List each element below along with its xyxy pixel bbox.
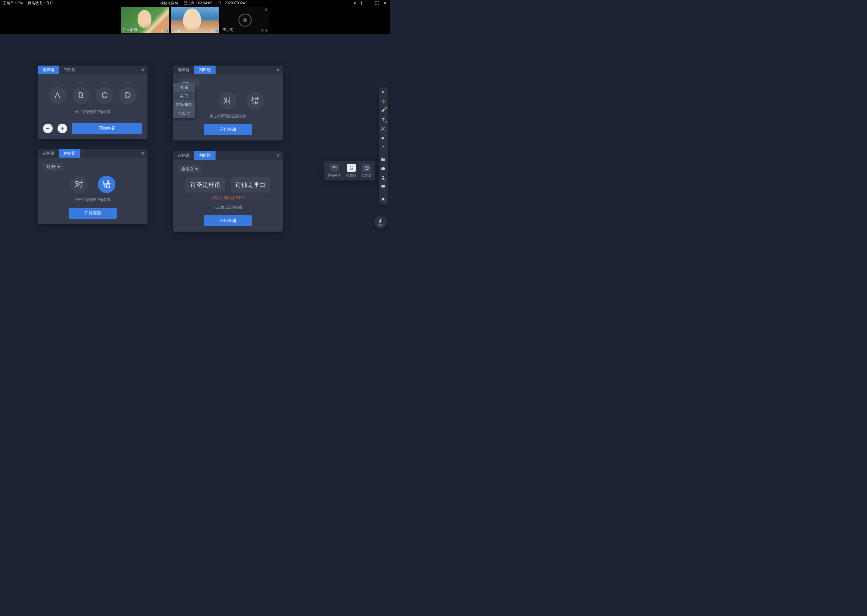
svg-point-12 (382, 176, 384, 178)
chat-tool-icon[interactable] (380, 184, 386, 189)
class-title: 神秘大自然 (160, 1, 178, 6)
record-icon[interactable] (352, 1, 356, 5)
tf-option-false[interactable]: 错 (98, 176, 115, 193)
mc-option[interactable]: C (96, 86, 113, 104)
hint-text: 点击预设正确答案 (178, 205, 277, 210)
svg-rect-3 (162, 30, 163, 31)
start-answer-button[interactable]: 开始答题 (69, 208, 117, 218)
bell-tool-icon[interactable] (380, 197, 386, 202)
tab-multiple-choice[interactable]: 选择题 (173, 151, 194, 160)
network-status: 网络状态：良好 (28, 1, 53, 6)
start-answer-button[interactable]: 开始答题 (204, 215, 252, 226)
svg-rect-4 (212, 30, 213, 31)
close-icon[interactable]: ✕ (138, 68, 148, 72)
close-icon[interactable]: ✕ (273, 68, 283, 72)
mc-option[interactable]: A (49, 86, 66, 104)
close-icon[interactable]: ✕ (273, 153, 283, 158)
laser-tool-icon[interactable] (380, 144, 386, 149)
volume-icon (214, 30, 218, 33)
tab-true-false[interactable]: 判断题 (59, 149, 80, 158)
fullscreen-icon[interactable] (375, 1, 379, 5)
tf-type-select[interactable]: 对/错 (43, 163, 63, 171)
mc-option[interactable]: D (119, 86, 137, 104)
custom-option-1[interactable]: 诗圣是杜甫 (186, 177, 225, 193)
volume-icon (165, 30, 168, 33)
tf-option-true[interactable]: 对 (219, 92, 236, 110)
folder-tool-icon[interactable] (380, 157, 386, 162)
video-tile-student-2[interactable]: ✕ 王小明 (221, 7, 269, 33)
cut-tool-icon[interactable] (380, 126, 386, 131)
answer-panel-tf-custom: 选择题 判断题 ✕ 自定义 诗圣是杜甫 诗仙是李白 自定义内容最多5个字 点击预… (173, 151, 283, 232)
mc-option[interactable]: B (72, 86, 90, 104)
dropdown-item[interactable]: +自定义 (173, 109, 195, 118)
chevron-down-icon (57, 167, 60, 168)
tool-label: 答题器 (346, 173, 356, 178)
svg-rect-11 (382, 167, 384, 168)
tab-multiple-choice[interactable]: 选择题 (173, 66, 194, 74)
svg-rect-10 (381, 168, 385, 170)
pointer-tool-icon[interactable] (380, 90, 386, 95)
video-tile-teacher[interactable]: 叮当老师 (121, 7, 169, 33)
buzzer-button[interactable]: 抢答器 (361, 164, 372, 178)
users-tool-icon[interactable] (380, 175, 386, 180)
close-icon[interactable] (383, 1, 387, 5)
close-icon[interactable]: ✕ (138, 151, 148, 156)
tab-true-false[interactable]: 判断题 (59, 66, 80, 74)
camera-off-icon (238, 14, 252, 27)
close-icon[interactable]: ✕ (264, 8, 267, 12)
buzzer-icon (362, 164, 371, 172)
answer-panel-tf-dropdown: 选择题 判断题 ✕ 对/错 对/错 美/丑 精致/粗糙 +自定义 对 错 点击字… (173, 66, 283, 140)
start-answer-button[interactable]: 开始答题 (72, 123, 142, 134)
chevron-down-icon (195, 168, 198, 170)
mic-icon (161, 29, 164, 33)
svg-rect-2 (368, 3, 370, 3)
hint-text: 点击字母预设正确答案 (43, 197, 142, 203)
tf-option-true[interactable]: 对 (70, 176, 88, 193)
hint-text: 点击字母预设正确答案 (43, 110, 142, 115)
tf-option-false[interactable]: 错 (247, 92, 264, 110)
svg-rect-6 (266, 30, 267, 31)
select-value: 对/错 (47, 164, 56, 170)
answer-panel-tf-selected: 选择题 判断题 ✕ 对/错 对 错 点击字母预设正确答案 开始答题 (38, 149, 148, 224)
toolbox-tool-icon[interactable] (380, 166, 386, 171)
dropdown-item[interactable]: 对/错 (173, 83, 195, 92)
pen-tool-icon[interactable] (380, 108, 386, 113)
elapsed-time: 已上课：02:34:09 (184, 1, 212, 6)
tool-label: 抢答器 (361, 173, 372, 178)
hand-raise-badge[interactable]: 0/2 (374, 216, 387, 229)
mic-icon (211, 29, 214, 33)
video-tile-student-1[interactable]: ✕ Nina (171, 7, 219, 33)
screen-share-icon (329, 164, 339, 172)
settings-icon[interactable] (359, 1, 364, 5)
tab-multiple-choice[interactable]: 选择题 (38, 66, 59, 74)
limit-warning: 自定义内容最多5个字 (178, 195, 277, 201)
start-answer-button[interactable]: 开始答题 (204, 124, 252, 135)
tf-type-dropdown: 对/错 美/丑 精致/粗糙 +自定义 (173, 83, 195, 118)
answer-panel-mc: 选择题 判断题 ✕ A B C D 点击字母预设正确答案 − + 开始答题 (38, 66, 148, 139)
video-name-label: 叮当老师 (123, 27, 137, 33)
screen-share-button[interactable]: 屏幕共享 (328, 164, 341, 178)
text-tool-icon[interactable]: T (380, 117, 386, 122)
answer-clicker-icon: ○A✓○B✗ (347, 164, 356, 172)
tab-true-false[interactable]: 判断题 (194, 151, 216, 160)
hand-icon (378, 218, 383, 223)
dropdown-item[interactable]: 精致/粗糙 (173, 101, 195, 109)
custom-option-2[interactable]: 诗仙是李白 (230, 177, 270, 193)
dropdown-item[interactable]: 美/丑 (173, 92, 195, 101)
select-value: 自定义 (182, 167, 194, 172)
tab-true-false[interactable]: 判断题 (194, 66, 216, 74)
minimize-icon[interactable] (367, 1, 372, 5)
packet-loss-status: 丢包率：0% (3, 1, 22, 6)
svg-point-9 (383, 146, 384, 148)
tf-type-select[interactable]: 自定义 (178, 165, 202, 173)
session-id: ID：2020070324 (218, 1, 245, 6)
increase-button[interactable]: + (57, 124, 67, 133)
answer-clicker-button[interactable]: ○A✓○B✗ 答题器 (346, 164, 356, 178)
eraser-tool-icon[interactable] (380, 135, 386, 140)
mic-icon (265, 29, 268, 33)
decrease-button[interactable]: − (43, 124, 53, 133)
tab-multiple-choice[interactable]: 选择题 (38, 149, 59, 158)
close-icon[interactable]: ✕ (214, 8, 218, 12)
right-toolbar: T (379, 87, 388, 204)
move-tool-icon[interactable] (380, 99, 386, 104)
